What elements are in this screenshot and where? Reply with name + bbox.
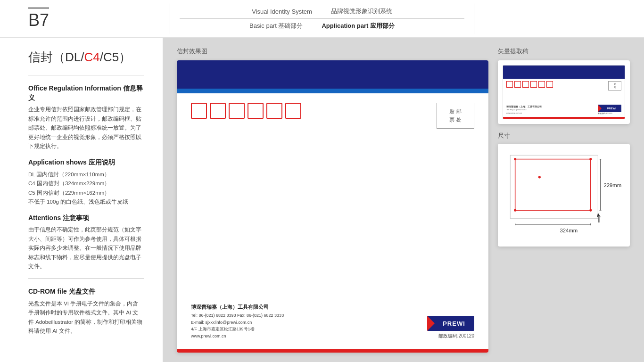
vec-logo-wrap: PREWI 邮政编码:200120 (598, 105, 621, 115)
postal-box (248, 103, 264, 119)
divider (28, 75, 144, 75)
vec-top-row: 贴 邮 (506, 81, 621, 90)
header-bottom-row: Basic part 基础部分 Application part 应用部分 (249, 22, 395, 30)
env-email: E-mail: sjxxxlinfo@prewi.com.cn (191, 319, 284, 326)
vector-card: 贴 邮 博深普瑞嘉（上海）工具有限公司 Tel: 86-(021) 6822 3… (498, 60, 630, 124)
left-panel: 信封（DL/C4/C5） Office Regulation Informati… (0, 38, 163, 362)
vec-middle (506, 90, 621, 105)
header-left: B7 (28, 8, 170, 30)
vec-postal-box (506, 81, 513, 88)
svg-point-6 (538, 176, 541, 178)
section-body-4: 光盘文件是本 VI 手册电子文件的集合，内含手册制作时的专用软件格式文件。其中 … (28, 299, 144, 336)
page-number: B7 (28, 8, 49, 30)
vec-postal-boxes (506, 81, 553, 88)
vector-wrapper: 矢量提取稿 (498, 47, 630, 124)
vec-logo-arrow (598, 105, 602, 112)
vec-postal-box (514, 81, 521, 88)
env-postal-code: 邮政编码:200120 (438, 333, 474, 339)
svg-point-3 (589, 158, 592, 160)
svg-point-4 (514, 209, 516, 212)
vec-logo: PREWI (598, 105, 621, 112)
vector-label: 矢量提取稿 (498, 47, 630, 56)
env-bottom-stripe (177, 349, 488, 353)
brand-chinese-label: 品牌视觉形象识别系统 (331, 7, 392, 16)
env-logo-text: PREWI (443, 320, 465, 327)
vec-body: 贴 邮 博深普瑞嘉（上海）工具有限公司 Tel: 86-(021) 6822 3… (503, 79, 625, 117)
list-item: DL 国内信封（220mm×110mm） (28, 170, 144, 180)
application-part-label: Application part 应用部分 (322, 22, 395, 30)
basic-part-label: Basic part 基础部分 (249, 22, 303, 30)
env-top-band (177, 60, 488, 89)
postal-box (266, 103, 282, 119)
env-bottom-row: 博深普瑞嘉（上海）工具有限公司 Tel: 86-(021) 6822 3393 … (191, 298, 474, 339)
dims-section: 尺寸 (498, 132, 630, 353)
env-logo: PREWI (427, 316, 474, 331)
envelope-label: 信封效果图 (177, 47, 488, 56)
env-postal-boxes (191, 103, 301, 119)
section-body-1: 企业专用信封依照国家邮政管理部门规定，在标准允许的范围内进行设计，邮政编码框、贴… (28, 105, 144, 151)
vec-postal-box (522, 81, 529, 88)
list-item: 不低于 100g 的白色纸、浅色纸或牛皮纸 (28, 197, 144, 207)
svg-text:324mm: 324mm (560, 228, 578, 233)
vec-postal-box (530, 81, 537, 88)
vis-identity-label: Visual Identity System (252, 8, 312, 15)
postal-box (210, 103, 226, 119)
section-body-3: 由于信息的不确定性，此页部分规范（如文字大小、间距等）可作为参考使用，具体可根据… (28, 225, 144, 272)
header-center: Visual Identity System 品牌视觉形象识别系统 Basic … (170, 3, 474, 34)
env-stamp-area: 贴 邮 票 处 (437, 103, 474, 129)
dims-diagram: 229mm 324mm (505, 150, 622, 240)
section-heading-2: Application shows 应用说明 (28, 158, 144, 167)
postal-box (285, 103, 301, 119)
right-panel: 信封效果图 贴 邮 (163, 38, 644, 362)
section-heading-1: Office Regulation Information 信息释义 (28, 84, 144, 102)
env-body: 贴 邮 票 处 博深普瑞嘉（上海）工具有限公司 Tel: 86-(021) 68… (177, 93, 488, 349)
svg-point-2 (514, 158, 516, 160)
env-company-name: 博深普瑞嘉（上海）工具有限公司 (191, 303, 284, 312)
main-content: 信封（DL/C4/C5） Office Regulation Informati… (0, 38, 644, 362)
page-header: B7 Visual Identity System 品牌视觉形象识别系统 Bas… (0, 0, 644, 38)
postal-box (229, 103, 245, 119)
vector-inner: 贴 邮 博深普瑞嘉（上海）工具有限公司 Tel: 86-(021) 6822 3… (503, 65, 625, 119)
vec-postal-box (546, 81, 553, 88)
svg-rect-1 (515, 159, 591, 211)
postal-box (191, 103, 207, 119)
vec-red-stripe (503, 117, 625, 119)
dims-label: 尺寸 (498, 132, 630, 140)
section-heading-3: Attentions 注意事项 (28, 214, 144, 223)
dims-svg: 229mm 324mm (505, 150, 622, 238)
envelope-card: 贴 邮 票 处 博深普瑞嘉（上海）工具有限公司 Tel: 86-(021) 68… (177, 60, 488, 353)
dims-card: 229mm 324mm (498, 144, 630, 247)
divider-2 (28, 278, 144, 279)
vec-postal-box (538, 81, 545, 88)
vec-stamp-area: 贴 邮 (608, 81, 621, 90)
section-heading-4: CD-ROM file 光盘文件 (28, 287, 144, 296)
header-top-row: Visual Identity System 品牌视觉形象识别系统 (180, 7, 464, 19)
svg-text:229mm: 229mm (603, 182, 621, 188)
vec-top-band (503, 66, 625, 79)
list-item: C5 国内信封（229mm×162mm） (28, 189, 144, 198)
page-title: 信封（DL/C4/C5） (28, 49, 144, 66)
env-blue-stripe (177, 89, 488, 93)
vec-postal-code: 邮政编码:200120 (598, 112, 621, 115)
vec-bottom-row: 博深普瑞嘉（上海）工具有限公司 Tel: 86-(021) 6822 3393 … (506, 105, 621, 115)
vec-company-info: 博深普瑞嘉（上海）工具有限公司 Tel: 86-(021) 6822 3393 … (506, 105, 542, 115)
section-body-2: DL 国内信封（220mm×110mm）C4 国内信封（324mm×229mm）… (28, 170, 144, 207)
env-tel: Tel: 86-(021) 6822 3393 Fax: 86-(021) 68… (191, 312, 284, 319)
info-section: 矢量提取稿 (498, 47, 630, 353)
svg-point-5 (589, 209, 592, 212)
svg-rect-0 (510, 155, 598, 218)
list-item: C4 国内信封（324mm×229mm） (28, 179, 144, 189)
env-logo-arrow (427, 316, 435, 331)
env-logo-area: PREWI 邮政编码:200120 (427, 316, 474, 339)
env-company-info: 博深普瑞嘉（上海）工具有限公司 Tel: 86-(021) 6822 3393 … (191, 303, 284, 339)
env-top-row: 贴 邮 票 处 (191, 103, 474, 129)
env-website: www.prewi.com.cn (191, 333, 284, 339)
env-address: 4/F 上海市嘉定区松江路139号1楼 (191, 326, 284, 332)
svg-marker-7 (597, 213, 601, 222)
envelope-section: 信封效果图 贴 邮 (177, 47, 488, 353)
